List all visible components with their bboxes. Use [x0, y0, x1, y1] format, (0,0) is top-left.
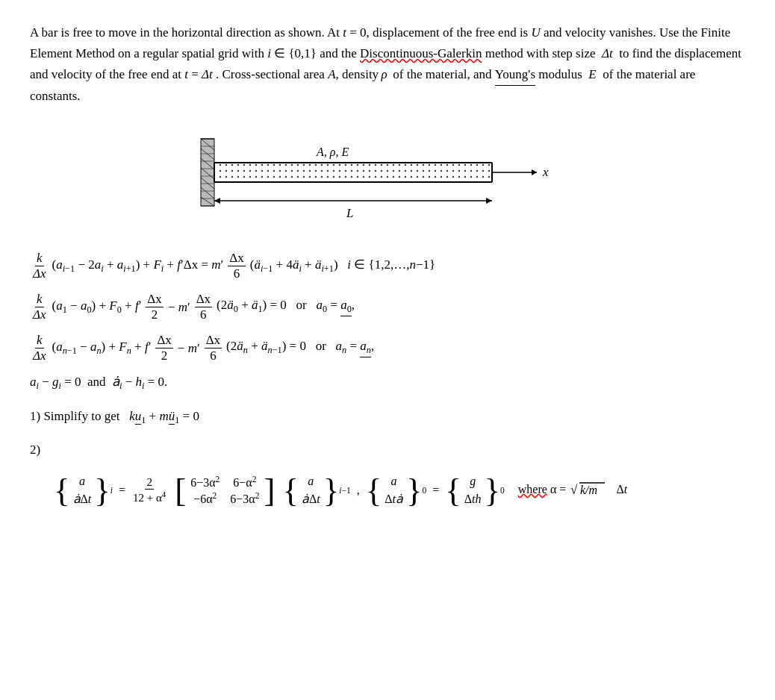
diagram-svg: x A, ρ, E L — [193, 120, 582, 228]
section-1: 1) Simplify to get ku1 + mü1 = 0 — [30, 409, 745, 426]
diagram-container: x A, ρ, E L — [30, 120, 745, 228]
equation-1: k Δx (ai−1 − 2ai + ai+1) + Fi + f′Δx = m… — [30, 251, 745, 281]
sqrt-formula: √ k/m — [569, 478, 614, 503]
problem-text: A bar is free to move in the horizontal … — [30, 22, 745, 107]
svg-text:A, ρ, E: A, ρ, E — [316, 146, 349, 159]
equation-2: k Δx (a1 − a0) + F0 + f′ Δx 2 − m′ Δx 6 … — [30, 292, 745, 322]
svg-rect-22 — [214, 163, 492, 182]
svg-text:√: √ — [570, 483, 578, 497]
svg-marker-29 — [214, 198, 220, 204]
result-vector: { g Δth } 0 — [445, 471, 505, 510]
equation-4: ai − gi = 0 and ȧi − hi = 0. — [30, 374, 745, 392]
svg-marker-25 — [532, 169, 537, 175]
right-vector-1: { a ȧΔt } i−1 — [282, 471, 350, 510]
svg-text:L: L — [346, 206, 353, 220]
equation-3: k Δx (an−1 − an) + Fn + f′ Δx 2 − m′ Δx … — [30, 333, 745, 363]
section-2-label: 2) — [30, 443, 745, 457]
svg-text:x: x — [542, 165, 549, 179]
svg-marker-30 — [486, 198, 492, 204]
coefficient-matrix: [ 6−3α2 6−α2 −6α2 6−3α2 ] — [175, 472, 275, 510]
row2-equation: { a ȧΔt } i = 2 12 + α4 [ 6−3α2 6−α2 −6α… — [52, 471, 745, 510]
svg-rect-0 — [201, 139, 214, 206]
right-vector-2: { a Δtȧ } 0 — [366, 471, 427, 510]
svg-text:k/m: k/m — [580, 484, 597, 496]
left-vector: { a ȧΔt } i — [54, 471, 113, 510]
